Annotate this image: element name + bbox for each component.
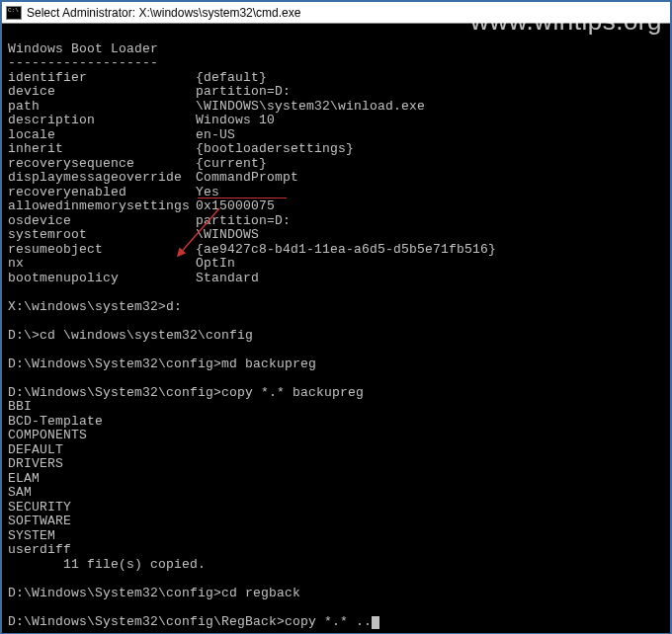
entry-row: descriptionWindows 10 [8, 114, 275, 128]
copy-item: DRIVERS [8, 456, 63, 471]
terminal-output[interactable]: Windows Boot Loader ------------------- … [2, 24, 670, 633]
copy-item: DEFAULT [8, 442, 63, 457]
entry-row: identifier{default} [8, 71, 267, 86]
copy-item: SAM [8, 485, 32, 500]
entry-row: osdevicepartition=D: [8, 214, 291, 229]
entry-row: recoveryenabledYes [8, 186, 219, 200]
copy-item: SYSTEM [8, 528, 55, 543]
title-bar[interactable]: Select Administrator: X:\windows\system3… [2, 2, 670, 24]
copy-item: SOFTWARE [8, 514, 71, 528]
boot-divider: ------------------- [8, 55, 158, 70]
entry-row: bootmenupolicyStandard [8, 272, 259, 286]
copy-item: SECURITY [8, 500, 71, 515]
entry-row: resumeobject{ae9427c8-b4d1-11ea-a6d5-d5b… [8, 243, 496, 258]
boot-header: Windows Boot Loader [8, 41, 158, 56]
copy-item: ELAM [8, 471, 40, 486]
copy-item: userdiff [8, 542, 71, 557]
prompt-line: D:\>cd \windows\system32\config [8, 328, 253, 343]
copy-item: BCD-Template [8, 414, 103, 429]
cmd-window: Select Administrator: X:\windows\system3… [0, 0, 672, 634]
entry-row: path\WINDOWS\system32\winload.exe [8, 100, 425, 115]
entry-row: localeen-US [8, 128, 235, 143]
prompt-line: X:\windows\system32>d: [8, 299, 182, 314]
copy-result: 11 file(s) copied. [8, 557, 206, 572]
copy-item: BBI [8, 399, 32, 414]
copy-item: COMPONENTS [8, 428, 87, 442]
entry-row: devicepartition=D: [8, 85, 291, 100]
entry-row: systemroot\WINDOWS [8, 228, 259, 243]
entry-row: recoverysequence{current} [8, 157, 267, 172]
prompt-line: D:\Windows\System32\config>cd regback [8, 586, 300, 600]
cursor [372, 616, 379, 629]
entry-row: displaymessageoverrideCommandPrompt [8, 171, 298, 186]
prompt-line: D:\Windows\System32\config\RegBack>copy … [8, 614, 379, 629]
entry-row: inherit{bootloadersettings} [8, 142, 354, 157]
prompt-line: D:\Windows\System32\config>copy *.* back… [8, 385, 364, 400]
window-title: Select Administrator: X:\windows\system3… [27, 6, 300, 20]
prompt-line: D:\Windows\System32\config>md backupreg [8, 357, 316, 371]
entry-row: nxOptIn [8, 257, 235, 272]
entry-row: allowedinmemorysettings0x15000075 [8, 199, 275, 214]
cmd-icon [6, 6, 22, 20]
